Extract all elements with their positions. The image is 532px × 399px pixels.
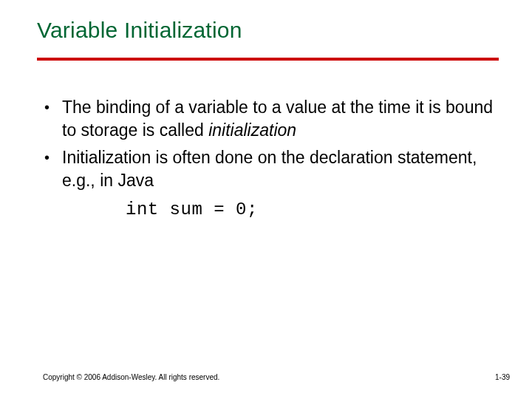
slide: Variable Initialization • The binding of…: [0, 0, 532, 399]
bullet-text: The binding of a variable to a value at …: [62, 96, 495, 142]
bullet-text-before: Initialization is often done on the decl…: [62, 148, 477, 190]
bullet-item: • The binding of a variable to a value a…: [44, 96, 495, 142]
code-sample: int sum = 0;: [126, 198, 495, 222]
bullet-text-italic: initialization: [208, 120, 296, 140]
footer-copyright: Copyright © 2006 Addison-Wesley. All rig…: [43, 373, 219, 381]
bullet-dot: •: [44, 96, 62, 142]
bullet-item: • Initialization is often done on the de…: [44, 146, 495, 192]
title-underline: [37, 58, 499, 61]
slide-title: Variable Initialization: [37, 18, 242, 43]
slide-body: • The binding of a variable to a value a…: [44, 96, 495, 222]
bullet-text: Initialization is often done on the decl…: [62, 146, 495, 192]
bullet-dot: •: [44, 146, 62, 192]
footer-page-number: 1-39: [495, 373, 510, 381]
